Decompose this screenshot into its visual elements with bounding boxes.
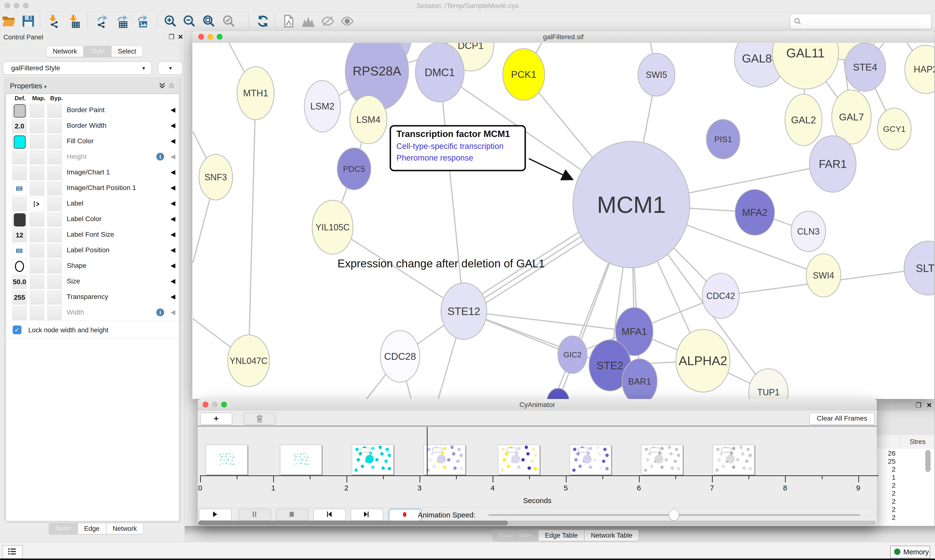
show-panels-button[interactable] [2,545,23,559]
node-gcy1[interactable]: GCY1 [878,108,911,150]
node-snf3[interactable]: SNF3 [199,154,233,200]
map-cell[interactable] [30,306,44,320]
node-yil105c[interactable]: YIL105C [312,200,353,254]
clear-all-frames-button[interactable]: Clear All Frames [809,412,875,425]
node-swi5[interactable]: SWI5 [638,53,675,96]
expand-row-icon[interactable]: ◀ [170,106,175,114]
node-pis1[interactable]: PIS1 [707,120,740,159]
import-table-icon[interactable] [67,14,80,28]
node-dmc1[interactable]: DMC1 [415,43,464,102]
previous-frame-button[interactable] [313,509,346,521]
tab-edge[interactable]: Edge [78,523,106,534]
def-cell[interactable]: 255 [12,291,27,305]
property-row-width[interactable]: Widthi◀ [6,305,179,321]
open-session-icon[interactable] [2,14,15,28]
node-slt2[interactable]: SLT2 [904,241,934,295]
node-gic2[interactable]: GIC2 [558,336,587,374]
def-cell[interactable] [12,104,27,118]
byp-cell[interactable] [47,244,62,258]
info-icon[interactable]: i [156,153,164,160]
node-lsm4[interactable]: LSM4 [350,95,387,144]
stop-button[interactable] [276,509,309,521]
property-row-label[interactable]: Label◀ [6,196,179,212]
expand-row-icon[interactable]: ◀ [170,200,175,207]
map-cell[interactable] [30,150,44,165]
pause-button[interactable] [239,509,271,521]
frame-thumbnail-8[interactable] [713,445,754,475]
property-row-shape[interactable]: Shape◀ [6,258,179,274]
node-cdc28[interactable]: CDC28 [380,331,420,382]
node-ynl047c[interactable]: YNL047C [228,335,270,386]
node-hap2[interactable]: HAP2 [905,45,934,94]
node-cln3[interactable]: CLN3 [791,211,825,252]
property-row-fill-color[interactable]: Fill Color◀ [6,134,179,149]
expand-row-icon[interactable]: ◀ [170,246,175,254]
node-mcm1[interactable]: MCM1 [573,142,690,268]
frame-thumbnail-4[interactable] [424,445,466,475]
property-row-border-paint[interactable]: Border Paint◀ [6,103,179,118]
search-input[interactable] [790,13,932,29]
frame-thumbnail-6[interactable] [569,445,611,475]
save-session-icon[interactable] [22,14,35,28]
map-cell[interactable] [30,166,44,180]
byp-cell[interactable] [47,166,62,180]
node-mth1[interactable]: MTH1 [237,67,274,120]
property-row-image-chart-position-1[interactable]: Image/Chart Position 1◀ [6,180,179,196]
def-cell[interactable] [12,197,27,211]
expand-row-icon[interactable]: ◀ [170,184,175,191]
record-button[interactable] [389,509,422,521]
annotation-link-1[interactable]: Cell-type-specific transcription [397,142,503,151]
node-gal2[interactable]: GAL2 [785,94,822,146]
def-cell[interactable] [12,182,27,195]
node-mfa2[interactable]: MFA2 [735,189,775,235]
byp-cell[interactable] [47,212,62,227]
control-panel-float-icon[interactable]: ❐ [168,33,174,41]
tab-node[interactable]: Node [49,523,78,534]
property-row-height[interactable]: Heighti◀ [6,149,179,165]
next-frame-button[interactable] [350,509,383,521]
frame-thumbnail-3[interactable] [352,445,394,475]
tab-select[interactable]: Select [111,46,143,57]
refresh-layout-icon[interactable] [256,14,270,28]
playhead[interactable] [427,427,427,475]
tab-network-table[interactable]: Network Table [585,530,639,541]
map-cell[interactable] [30,182,44,195]
def-cell[interactable] [12,259,27,274]
property-row-transparency[interactable]: 255Transparency◀ [6,289,179,305]
tab-edge-table[interactable]: Edge Table [538,530,585,541]
node-far1[interactable]: FAR1 [809,136,856,192]
style-selector[interactable]: galFiltered Style ▾ [3,61,152,75]
export-image-icon[interactable] [135,14,149,28]
expand-row-icon[interactable]: ◀ [170,277,175,285]
edge[interactable] [440,72,464,311]
table-panel-float-icon[interactable]: ❐ [915,402,921,409]
lock-size-checkbox[interactable]: ✓ [13,326,22,334]
node-bar1[interactable]: BAR1 [622,359,657,399]
property-row-image-chart-1[interactable]: Image/Chart 1◀ [6,165,179,181]
map-cell[interactable] [30,197,44,211]
map-cell[interactable] [30,104,44,118]
property-row-label-position[interactable]: Label Position◀ [6,243,179,258]
zoom-in-icon[interactable] [164,14,177,28]
tab-style[interactable]: Style [83,46,111,57]
style-options-button[interactable]: ▾ [158,61,183,75]
frame-thumbnail-1[interactable] [206,445,248,475]
node-pdc5[interactable]: PDC5 [337,148,371,190]
byp-cell[interactable] [47,150,62,165]
def-cell[interactable] [12,166,27,180]
def-cell[interactable]: 12 [12,228,27,242]
memory-button[interactable]: Memory [890,546,930,558]
byp-cell[interactable] [47,104,62,118]
expand-all-icon[interactable] [158,86,166,91]
tab-node-table[interactable]: Node Table [492,530,538,541]
byp-cell[interactable] [47,259,62,274]
frame-thumbnail-7[interactable] [641,445,683,475]
info-icon[interactable]: i [156,308,164,316]
byp-cell[interactable] [47,306,62,320]
def-cell[interactable] [12,244,27,258]
network-window-titlebar[interactable]: galFiltered.sif [192,31,934,43]
timeline-hscrollbar[interactable] [198,521,876,525]
zoom-fit-icon[interactable] [202,14,216,28]
edge[interactable] [248,93,256,361]
network-doc-icon[interactable] [282,14,296,28]
